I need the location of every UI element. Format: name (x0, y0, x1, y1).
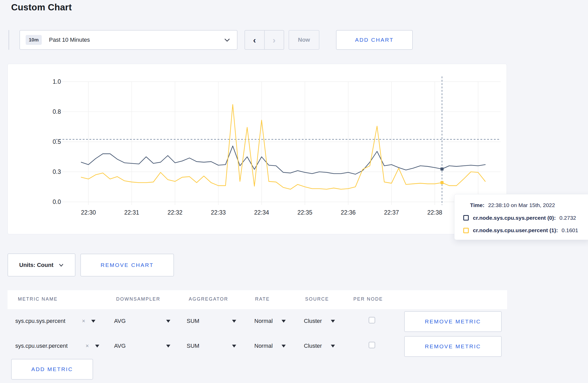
y-axis-tick-label: 0.0 (40, 198, 61, 205)
downsampler-select[interactable]: AVG (114, 343, 126, 349)
caret-down-icon[interactable] (95, 345, 99, 347)
y-axis-tick-label: 0.5 (40, 138, 61, 145)
user-percent-swatch-icon (463, 228, 469, 233)
x-axis-tick-label: 22:32 (159, 209, 191, 216)
x-axis-tick-label: 22:34 (246, 209, 277, 216)
y-axis-tick-label: 1.0 (40, 78, 61, 85)
tooltip-time-label: Time: (470, 202, 485, 208)
custom-chart-page: Custom Chart 10m Past 10 Minutes ‹ › Now… (0, 0, 588, 383)
per-node-checkbox[interactable] (369, 317, 375, 323)
y-axis-tick-label: 0.8 (40, 108, 61, 115)
units-label: Units: Count (19, 262, 53, 268)
series-cr.node.sys.cpu.sys.percent (81, 146, 485, 174)
x-axis-tick-label: 22:30 (73, 209, 104, 216)
close-icon[interactable]: × (86, 343, 89, 349)
tooltip-series-row: cr.node.sys.cpu.user.percent (1): 0.1601 (463, 227, 585, 233)
per-node-checkbox[interactable] (369, 342, 375, 348)
remove-metric-button[interactable]: REMOVE METRIC (404, 336, 502, 357)
caret-down-icon[interactable] (282, 345, 286, 347)
units-dropdown[interactable]: Units: Count (8, 253, 75, 276)
sys-percent-swatch-icon (463, 215, 469, 221)
chevron-down-icon (224, 38, 230, 42)
metrics-table-header: METRIC NAME DOWNSAMPLER AGGREGATOR RATE … (8, 290, 507, 309)
series-cr.node.sys.cpu.user.percent (81, 104, 485, 189)
close-icon[interactable]: × (82, 318, 85, 324)
chevron-right-icon: › (273, 35, 276, 45)
aggregator-select[interactable]: SUM (187, 343, 199, 349)
x-axis-tick-label: 22:31 (116, 209, 147, 216)
x-axis-tick-label: 22:37 (376, 209, 407, 216)
tooltip-time-value: 22:38:10 on Mar 15th, 2022 (488, 202, 555, 208)
add-metric-button[interactable]: ADD METRIC (11, 359, 93, 380)
col-header-rate: RATE (255, 296, 270, 302)
time-range-label: Past 10 Minutes (49, 37, 90, 43)
now-button[interactable]: Now (289, 30, 319, 50)
prev-time-button[interactable]: ‹ (245, 31, 265, 49)
col-header-downsampler: DOWNSAMPLER (116, 296, 160, 302)
col-header-metric-name: METRIC NAME (18, 296, 58, 302)
x-axis-tick-label: 22:33 (203, 209, 234, 216)
caret-down-icon[interactable] (282, 320, 286, 323)
metric-name-value: sys.cpu.user.percent (15, 343, 68, 349)
hover-marker (440, 167, 444, 171)
source-select[interactable]: Cluster (304, 343, 322, 349)
time-range-dropdown[interactable]: 10m Past 10 Minutes (19, 30, 237, 50)
caret-down-icon[interactable] (166, 320, 170, 323)
y-axis-tick-label: 0.3 (40, 168, 61, 175)
chevron-left-icon: ‹ (253, 35, 256, 45)
metrics-table: METRIC NAME DOWNSAMPLER AGGREGATOR RATE … (8, 290, 507, 359)
tooltip-time-row: Time: 22:38:10 on Mar 15th, 2022 (470, 202, 585, 208)
chevron-down-icon (59, 263, 64, 267)
tooltip-series-row: cr.node.sys.cpu.sys.percent (0): 0.2732 (463, 215, 585, 221)
metric-row: sys.cpu.user.percent × AVG SUM Normal Cl… (8, 334, 507, 359)
tooltip-series-value: 0.1601 (562, 227, 578, 233)
aggregator-select[interactable]: SUM (187, 318, 199, 324)
downsampler-select[interactable]: AVG (114, 318, 126, 324)
col-header-source: SOURCE (305, 296, 329, 302)
rate-select[interactable]: Normal (254, 343, 273, 349)
caret-down-icon[interactable] (232, 345, 236, 347)
metric-name-value: sys.cpu.sys.percent (15, 318, 65, 324)
next-time-button[interactable]: › (265, 31, 284, 49)
remove-chart-button[interactable]: REMOVE CHART (80, 254, 174, 276)
tooltip-series-value: 0.2732 (559, 215, 576, 221)
caret-down-icon[interactable] (232, 320, 236, 323)
remove-metric-button[interactable]: REMOVE METRIC (404, 311, 502, 332)
x-axis-tick-label: 22:35 (289, 209, 320, 216)
caret-down-icon[interactable] (331, 320, 335, 323)
x-axis-tick-label: 22:38 (419, 209, 450, 216)
col-header-aggregator: AGGREGATOR (189, 296, 228, 302)
time-range-badge: 10m (26, 35, 42, 45)
tooltip-series-label: cr.node.sys.cpu.user.percent (1): (473, 227, 558, 233)
caret-down-icon[interactable] (166, 345, 170, 347)
x-axis-tick-label: 22:36 (333, 209, 364, 216)
col-header-per-node: PER NODE (353, 296, 383, 302)
time-shift-control: ‹ › (244, 30, 284, 50)
rate-select[interactable]: Normal (254, 318, 273, 324)
caret-down-icon[interactable] (91, 320, 95, 323)
chart-card: 22:3022:3122:3222:3322:3422:3522:3622:37… (8, 64, 507, 234)
tooltip-series-label: cr.node.sys.cpu.sys.percent (0): (473, 215, 556, 221)
source-select[interactable]: Cluster (304, 318, 322, 324)
metric-row: sys.cpu.sys.percent × AVG SUM Normal Clu… (8, 309, 507, 334)
page-title: Custom Chart (11, 2, 72, 12)
hover-marker (440, 181, 444, 184)
chart-hover-tooltip: Time: 22:38:10 on Mar 15th, 2022 cr.node… (454, 194, 588, 240)
add-chart-button[interactable]: ADD CHART (336, 30, 413, 50)
caret-down-icon[interactable] (331, 345, 335, 347)
toolbar-divider (9, 30, 9, 50)
